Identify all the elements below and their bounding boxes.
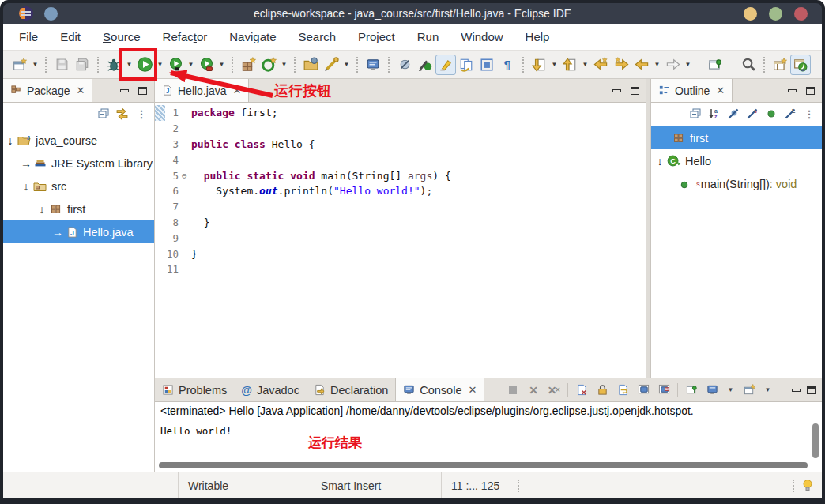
menu-refactor[interactable]: Refactor: [152, 24, 219, 50]
previous-annotation-icon[interactable]: [559, 55, 580, 75]
tree-item-hello-java[interactable]: → J Hello.java: [3, 220, 154, 243]
show-console-stdout-icon[interactable]: [636, 383, 650, 397]
clear-console-icon[interactable]: [574, 383, 589, 397]
display-console-dropdown[interactable]: ▼: [725, 386, 736, 393]
minimize-view-icon[interactable]: [120, 89, 129, 92]
forward-history-icon[interactable]: [611, 55, 631, 75]
open-folder-icon[interactable]: [300, 55, 321, 75]
view-menu-icon[interactable]: ⋮: [134, 107, 148, 121]
vertical-scrollbar[interactable]: [812, 423, 819, 458]
notification-lamp-icon[interactable]: [801, 479, 814, 492]
tree-item-jre-library[interactable]: → JRE System Library: [3, 152, 154, 175]
window-maximize-button[interactable]: [769, 7, 782, 21]
menu-help[interactable]: Help: [514, 24, 561, 50]
new-java-project-icon[interactable]: [238, 55, 258, 75]
menu-window[interactable]: Window: [450, 24, 514, 50]
profile-dropdown[interactable]: ▼: [217, 61, 227, 68]
show-whitespace-icon[interactable]: ¶: [497, 55, 518, 75]
close-icon[interactable]: ✕: [232, 85, 241, 96]
minimize-view-icon[interactable]: [612, 89, 621, 92]
menu-search[interactable]: Search: [287, 24, 347, 50]
close-icon[interactable]: ✕: [716, 85, 725, 96]
run-icon[interactable]: [134, 55, 155, 75]
expanded-arrow-icon[interactable]: ↓: [3, 134, 17, 147]
view-menu-icon[interactable]: ⋮: [802, 107, 816, 121]
profile-icon[interactable]: [196, 55, 217, 75]
display-selected-console-icon[interactable]: [705, 383, 719, 397]
open-plugin-icon[interactable]: [258, 55, 279, 75]
tree-item-first[interactable]: ↓ first: [3, 197, 154, 220]
save-icon[interactable]: [51, 55, 72, 75]
next-annotation-icon[interactable]: [529, 55, 549, 75]
collapsed-arrow-icon[interactable]: →: [51, 226, 65, 239]
menu-navigate[interactable]: Navigate: [218, 24, 287, 50]
expanded-arrow-icon[interactable]: ↓: [35, 203, 49, 216]
expanded-arrow-icon[interactable]: ↓: [653, 155, 667, 167]
terminate-icon[interactable]: [506, 383, 520, 397]
open-perspective-icon[interactable]: [770, 55, 790, 75]
external-tools-icon[interactable]: [394, 55, 415, 75]
code-editor[interactable]: 1package first; 2 3public class Hello { …: [155, 103, 646, 378]
link-with-editor-icon[interactable]: [115, 107, 129, 121]
collapse-all-icon[interactable]: [96, 107, 110, 121]
open-console-icon[interactable]: [363, 55, 383, 75]
java-perspective-icon[interactable]: [790, 55, 811, 75]
menu-run[interactable]: Run: [406, 24, 450, 50]
show-non-public-icon[interactable]: [764, 107, 778, 121]
remove-launch-icon[interactable]: ✕: [526, 383, 541, 397]
outline-item-hello[interactable]: ↓ C Hello: [651, 149, 822, 172]
outline-item-main[interactable]: s main(String[]) : void: [651, 172, 822, 195]
tab-javadoc[interactable]: @ Javadoc: [234, 378, 307, 401]
remove-all-terminated-icon[interactable]: ✕✕: [547, 383, 561, 397]
back-icon[interactable]: [631, 55, 652, 75]
tab-hello-java[interactable]: J Hello.java ✕: [155, 79, 249, 102]
previous-annotation-dropdown[interactable]: ▼: [580, 61, 590, 68]
open-console-icon[interactable]: [742, 383, 756, 397]
horizontal-scrollbar[interactable]: [159, 462, 808, 468]
maximize-view-icon[interactable]: [631, 87, 639, 95]
new-wizard-icon[interactable]: [9, 55, 30, 75]
show-console-stderr-icon[interactable]: ✕: [657, 383, 671, 397]
tab-package-explorer[interactable]: Package ✕: [3, 79, 92, 102]
menu-source[interactable]: Source: [92, 24, 152, 50]
tab-console[interactable]: Console ✕: [395, 378, 484, 401]
last-edit-location-icon[interactable]: [705, 55, 725, 75]
search-icon[interactable]: [738, 55, 759, 75]
close-icon[interactable]: ✕: [76, 85, 85, 96]
maximize-view-icon[interactable]: [138, 87, 147, 95]
window-minimize-button[interactable]: [744, 7, 757, 21]
outline-item-first[interactable]: first: [651, 126, 822, 149]
expanded-arrow-icon[interactable]: ↓: [19, 180, 33, 193]
annotate-pen-icon[interactable]: [321, 55, 341, 75]
menu-edit[interactable]: Edit: [49, 24, 92, 50]
open-console-dropdown[interactable]: ▼: [763, 386, 773, 393]
menu-file[interactable]: File: [8, 24, 49, 50]
sort-icon[interactable]: az: [707, 107, 721, 121]
forward-icon[interactable]: [662, 55, 683, 75]
collapsed-arrow-icon[interactable]: →: [19, 157, 33, 170]
debug-icon[interactable]: [104, 55, 124, 75]
menu-project[interactable]: Project: [347, 24, 406, 50]
pin-console-icon[interactable]: [684, 383, 699, 397]
close-icon[interactable]: ✕: [468, 384, 477, 396]
run-coverage-dropdown[interactable]: ▼: [186, 61, 196, 68]
tree-item-src[interactable]: ↓ src: [3, 175, 154, 197]
annotate-pen-dropdown[interactable]: ▼: [341, 61, 352, 68]
hide-local-types-icon[interactable]: L: [783, 107, 797, 121]
link-with-editor-icon[interactable]: [456, 55, 477, 75]
forward-dropdown[interactable]: ▼: [683, 61, 693, 68]
back-dropdown[interactable]: ▼: [652, 61, 662, 68]
run-dropdown[interactable]: ▼: [155, 61, 165, 68]
highlight-icon[interactable]: [435, 55, 456, 75]
maximize-view-icon[interactable]: [807, 386, 816, 394]
tab-problems[interactable]: Problems: [155, 378, 234, 401]
tree-item-java-course[interactable]: ↓ J java_course: [3, 129, 154, 152]
hide-fields-icon[interactable]: [726, 107, 740, 121]
next-annotation-dropdown[interactable]: ▼: [549, 61, 559, 68]
collapse-all-icon[interactable]: [688, 107, 702, 121]
fold-marker-icon[interactable]: ⊖: [182, 171, 191, 180]
save-all-icon[interactable]: [72, 55, 92, 75]
minimize-view-icon[interactable]: [792, 389, 801, 392]
maximize-view-icon[interactable]: [806, 87, 815, 95]
hide-static-icon[interactable]: s: [745, 107, 759, 121]
